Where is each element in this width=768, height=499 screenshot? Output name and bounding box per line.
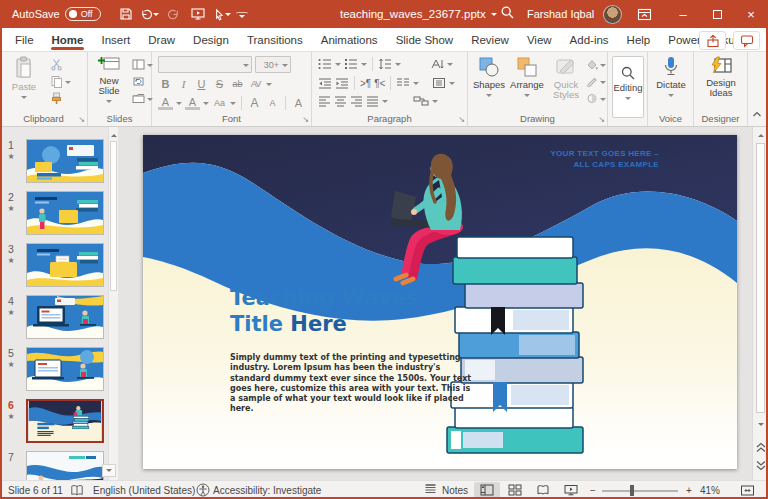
font-size-combo[interactable]: 30+	[255, 56, 291, 73]
thumbnail-slide-1[interactable]: 1 ★	[0, 139, 108, 185]
change-case-button[interactable]: Aa	[212, 96, 227, 110]
paragraph-marks-ltr-button[interactable]: >¶	[360, 78, 371, 89]
search-button[interactable]	[500, 5, 515, 22]
grow-font-button[interactable]: A	[247, 96, 262, 110]
view-slideshow-button[interactable]	[558, 482, 584, 498]
tab-insert[interactable]: Insert	[92, 30, 139, 49]
thumbnail-scrollbar-thumb[interactable]	[110, 141, 117, 291]
editor-scrollbar[interactable]	[752, 127, 768, 480]
paste-button[interactable]: Paste	[6, 56, 42, 102]
align-right-button[interactable]	[350, 95, 363, 107]
justify-button[interactable]	[366, 95, 379, 107]
zoom-out-button[interactable]: −	[590, 481, 596, 499]
editing-button[interactable]: Editing	[612, 56, 644, 118]
tab-help[interactable]: Help	[618, 30, 660, 49]
character-spacing-button[interactable]: AV	[248, 77, 263, 91]
accessibility-checker-icon-button[interactable]	[196, 481, 210, 499]
thumbnail-slide-3[interactable]: 3 ★	[0, 243, 108, 289]
accessibility-status[interactable]: Accessibility: Investigate	[213, 481, 321, 499]
design-ideas-button[interactable]: Design Ideas	[701, 56, 741, 98]
font-color-button[interactable]: A	[185, 97, 200, 110]
clipboard-dialog-launcher[interactable]: ↘	[78, 116, 85, 124]
tab-design[interactable]: Design	[184, 30, 238, 49]
section-button[interactable]	[132, 91, 153, 106]
fit-slide-to-window-button[interactable]	[740, 481, 755, 499]
zoom-in-button[interactable]: +	[686, 481, 692, 499]
tab-transitions[interactable]: Transitions	[238, 30, 312, 49]
align-text-button[interactable]	[432, 77, 446, 89]
redo-button-disabled[interactable]	[164, 4, 184, 24]
slide-body-textbox[interactable]: Simply dummy text of the printing and ty…	[230, 353, 478, 415]
thumbnail-slide-4[interactable]: 4 ★	[0, 295, 108, 341]
slide-canvas[interactable]: YOUR TEXT GOES HERE – ALL CAPS EXAMPLE T…	[143, 135, 737, 469]
italic-button[interactable]: I	[176, 77, 191, 91]
text-highlight-button[interactable]: A	[158, 97, 173, 110]
copy-button[interactable]	[50, 74, 71, 89]
scroll-down-button[interactable]	[753, 419, 768, 433]
format-painter-button[interactable]	[50, 91, 71, 106]
tab-draw[interactable]: Draw	[139, 30, 184, 49]
underline-button[interactable]: U	[194, 77, 209, 91]
save-button[interactable]	[116, 4, 136, 24]
align-left-button[interactable]	[318, 95, 331, 107]
user-avatar[interactable]	[603, 5, 622, 24]
slide-layout-button[interactable]	[132, 57, 153, 72]
paragraph-dialog-launcher[interactable]: ↘	[458, 116, 465, 124]
columns-button[interactable]	[396, 77, 410, 89]
touch-mouse-mode-button[interactable]	[212, 4, 232, 24]
undo-button[interactable]	[140, 4, 160, 24]
quick-styles-button[interactable]: Quick Styles	[548, 56, 584, 100]
thumbnail-slide-7[interactable]: 7	[0, 451, 108, 480]
shapes-button[interactable]: Shapes	[471, 56, 507, 100]
subscript-ab-button[interactable]: ab	[230, 77, 245, 91]
spell-check-button[interactable]	[70, 481, 84, 499]
maximize-button[interactable]	[700, 0, 734, 28]
view-normal-button[interactable]	[474, 482, 500, 498]
view-reading-button[interactable]	[530, 482, 556, 498]
tab-home[interactable]: Home	[43, 30, 93, 49]
customize-qat-button[interactable]	[236, 12, 248, 21]
close-button[interactable]: ×	[734, 0, 768, 28]
collapse-ribbon-button[interactable]	[752, 104, 762, 122]
view-slide-sorter-button[interactable]	[502, 482, 528, 498]
slide-counter[interactable]: Slide 6 of 11	[8, 481, 63, 499]
numbering-button[interactable]	[344, 58, 358, 70]
drawing-dialog-launcher[interactable]: ↘	[598, 116, 605, 124]
user-name[interactable]: Farshad Iqbal	[527, 8, 594, 20]
increase-indent-button[interactable]	[335, 77, 349, 89]
slide-title-textbox[interactable]: Teaching Waves Title Here	[230, 285, 419, 337]
shape-outline-button[interactable]	[586, 74, 606, 89]
tab-review[interactable]: Review	[462, 30, 518, 49]
minimize-button[interactable]: –	[666, 0, 700, 28]
arrange-button[interactable]: Arrange	[508, 56, 546, 100]
start-slideshow-button[interactable]	[188, 4, 208, 24]
clear-formatting-button[interactable]: A	[291, 96, 306, 110]
shape-fill-button[interactable]	[586, 57, 606, 72]
shrink-font-button[interactable]: A	[265, 96, 280, 110]
thumbnail-scrollbar[interactable]	[108, 127, 118, 480]
decrease-indent-button[interactable]	[318, 77, 332, 89]
new-slide-button[interactable]: New Slide	[90, 56, 128, 106]
thumbnail-slide-6-selected[interactable]: 6 ★	[0, 399, 108, 445]
editor-scrollbar-thumb[interactable]	[756, 143, 765, 413]
language-selector[interactable]: English (United States)	[93, 481, 195, 499]
zoom-slider-knob[interactable]	[630, 485, 634, 496]
autosave-toggle[interactable]: AutoSave Off	[12, 7, 101, 21]
text-direction-button[interactable]	[430, 58, 444, 70]
tab-file[interactable]: File	[6, 30, 43, 49]
share-button[interactable]	[699, 31, 726, 50]
zoom-slider[interactable]	[602, 490, 678, 492]
cut-button[interactable]	[50, 57, 71, 72]
thumbnail-slide-5[interactable]: 5 ★	[0, 347, 108, 393]
convert-smartart-button[interactable]	[413, 95, 429, 107]
slide-corner-textbox[interactable]: YOUR TEXT GOES HERE – ALL CAPS EXAMPLE	[550, 148, 659, 170]
reset-slide-button[interactable]	[132, 74, 153, 89]
shape-effects-button[interactable]	[586, 91, 606, 106]
paragraph-marks-rtl-button[interactable]: ¶<	[374, 78, 385, 89]
align-center-button[interactable]	[334, 95, 347, 107]
bullets-button[interactable]	[318, 58, 332, 70]
dictate-button[interactable]: Dictate	[653, 56, 689, 100]
thumbnail-scroll-down-button[interactable]	[102, 464, 116, 477]
tab-add-ins[interactable]: Add-ins	[561, 30, 618, 49]
thumbnail-slide-2[interactable]: 2 ★	[0, 191, 108, 237]
